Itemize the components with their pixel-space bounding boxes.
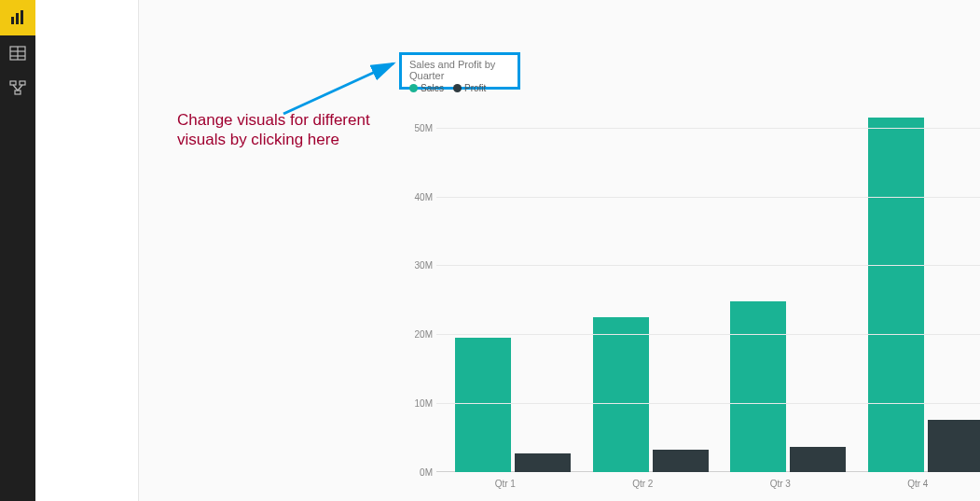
table-icon xyxy=(9,45,26,62)
bar-group: Qtr 1 xyxy=(436,114,574,472)
legend-swatch-sales xyxy=(409,84,418,92)
svg-line-11 xyxy=(18,85,22,90)
bar-sales[interactable] xyxy=(593,317,649,472)
bar-group: Qtr 3 xyxy=(711,114,849,472)
x-axis-label: Qtr 1 xyxy=(436,479,574,489)
y-axis-tick: 10M xyxy=(399,398,433,409)
svg-rect-8 xyxy=(20,81,25,85)
y-axis-tick: 0M xyxy=(399,467,433,478)
bar-profit[interactable] xyxy=(515,453,571,472)
legend-label-profit: Profit xyxy=(464,83,486,93)
svg-rect-9 xyxy=(15,90,21,94)
bar-group: Qtr 2 xyxy=(574,114,712,472)
svg-line-10 xyxy=(13,85,18,90)
bar-profit[interactable] xyxy=(928,420,981,472)
chart-title: Sales and Profit by Quarter xyxy=(409,59,510,81)
sidebar-item-model[interactable] xyxy=(0,71,35,106)
gridline xyxy=(436,265,980,266)
sidebar-item-data[interactable] xyxy=(0,35,35,71)
annotation-text-content: Change visuals for different visuals by … xyxy=(177,111,370,148)
y-axis-tick: 30M xyxy=(399,260,433,271)
x-axis-label: Qtr 3 xyxy=(711,479,849,489)
annotation-text: Change visuals for different visuals by … xyxy=(177,110,401,150)
x-axis-label: Qtr 2 xyxy=(574,479,712,489)
chart-header-highlight[interactable]: Sales and Profit by Quarter Sales Profit xyxy=(399,52,520,90)
gridline xyxy=(436,197,980,198)
gridline xyxy=(436,334,980,335)
legend-item-profit[interactable]: Profit xyxy=(453,83,486,93)
bar-sales[interactable] xyxy=(455,338,511,472)
legend-item-sales[interactable]: Sales xyxy=(409,83,444,93)
plot-area: Qtr 1Qtr 2Qtr 3Qtr 4 xyxy=(436,114,980,472)
left-sidebar xyxy=(0,0,35,501)
y-axis-tick: 50M xyxy=(399,122,433,132)
legend-label-sales: Sales xyxy=(421,83,444,93)
gridline xyxy=(436,403,980,404)
bar-profit[interactable] xyxy=(653,450,709,472)
svg-rect-2 xyxy=(21,10,23,24)
report-canvas[interactable]: Sales and Profit by Quarter Sales Profit… xyxy=(35,0,980,501)
model-icon xyxy=(9,80,26,97)
bar-groups: Qtr 1Qtr 2Qtr 3Qtr 4 xyxy=(436,114,980,472)
y-axis-tick: 40M xyxy=(399,191,433,202)
gridline xyxy=(436,128,980,129)
bar-profit[interactable] xyxy=(790,447,846,472)
svg-rect-7 xyxy=(10,81,16,85)
chart-legend: Sales Profit xyxy=(409,83,510,93)
sidebar-item-report[interactable] xyxy=(0,0,35,35)
svg-line-12 xyxy=(283,63,393,114)
x-axis-label: Qtr 4 xyxy=(849,479,981,489)
column-chart[interactable]: Qtr 1Qtr 2Qtr 3Qtr 4 0M10M20M30M40M50M xyxy=(399,114,980,491)
svg-rect-0 xyxy=(11,17,14,24)
bar-sales[interactable] xyxy=(730,301,786,472)
svg-rect-1 xyxy=(16,13,19,24)
bar-chart-icon xyxy=(9,9,26,26)
bar-sales[interactable] xyxy=(868,118,924,472)
legend-swatch-profit xyxy=(453,84,462,92)
y-axis-tick: 20M xyxy=(399,329,433,340)
bar-group: Qtr 4 xyxy=(849,114,981,472)
